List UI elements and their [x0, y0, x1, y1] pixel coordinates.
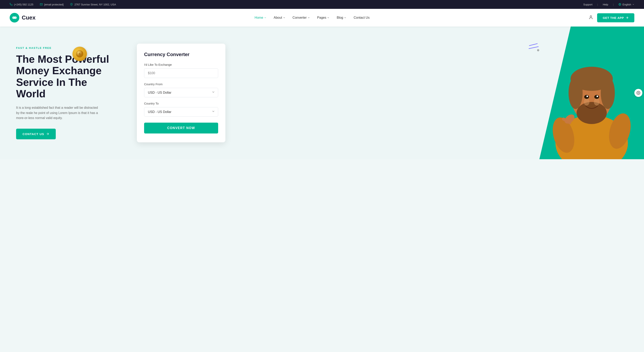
- exchange-input[interactable]: [144, 68, 218, 78]
- svg-point-0: [71, 4, 72, 5]
- phone-text: (+245) 592 1125: [14, 3, 34, 6]
- email-icon: [40, 3, 43, 6]
- converter-title: Currency Converter: [144, 52, 218, 57]
- country-to-label: Country To: [144, 102, 218, 105]
- hero-content: FAST & HASTLE FREE The Most Powerful Mon…: [16, 46, 113, 139]
- country-to-select-wrap: USD - US Dollar EUR - Euro GBP - British…: [144, 107, 218, 117]
- chevron-down-icon: [632, 3, 634, 5]
- svg-point-25: [594, 95, 599, 99]
- nav-contact[interactable]: Contact Us: [354, 16, 370, 19]
- logo-text: Cuex: [22, 14, 36, 21]
- help-link[interactable]: Help: [603, 3, 608, 6]
- globe-icon: [618, 3, 621, 6]
- country-from-label: Country From: [144, 82, 218, 86]
- svg-point-26: [586, 95, 588, 97]
- language-label: English: [622, 3, 631, 6]
- svg-point-19: [568, 77, 582, 109]
- address-item: 2767 Sunrise Street, NY 1002, USA: [70, 3, 116, 6]
- settings-icon: [636, 91, 640, 95]
- nav-blog[interactable]: Blog: [337, 16, 346, 19]
- nav-right: GET THE APP: [589, 13, 634, 22]
- swash-decoration: [527, 43, 539, 53]
- svg-point-24: [584, 95, 589, 99]
- country-to-select[interactable]: USD - US Dollar EUR - Euro GBP - British…: [144, 107, 218, 117]
- svg-text:$: $: [79, 52, 81, 55]
- divider-2: |: [613, 3, 614, 6]
- nav-converter[interactable]: Converter: [292, 16, 310, 19]
- topbar-right: Support | Help | English: [583, 3, 634, 6]
- email-item: [email protected]: [40, 3, 64, 6]
- nav-pages[interactable]: Pages: [317, 16, 330, 19]
- get-app-button[interactable]: GET THE APP: [597, 13, 634, 22]
- settings-button[interactable]: [634, 89, 642, 97]
- chevron-pages-icon: [327, 16, 330, 19]
- country-from-group: Country From USD - US Dollar EUR - Euro …: [144, 82, 218, 97]
- language-selector[interactable]: English: [618, 3, 634, 6]
- svg-point-6: [590, 15, 592, 17]
- contact-us-button[interactable]: CONTACT US: [16, 129, 56, 139]
- coin-decoration: $: [72, 47, 87, 61]
- svg-point-20: [601, 77, 615, 109]
- hero-section: $ FAST & HASTLE FREE The Most Powerful M…: [0, 26, 644, 159]
- converter-section: Currency Converter I'd Like To Exchange …: [137, 44, 226, 142]
- address-text: 2767 Sunrise Street, NY 1002, USA: [74, 3, 116, 6]
- svg-point-21: [576, 102, 607, 124]
- phone-item: (+245) 592 1125: [10, 3, 34, 6]
- hero-description: It is a long established fact that a rea…: [16, 105, 100, 121]
- svg-line-11: [529, 47, 538, 49]
- svg-point-5: [14, 16, 15, 19]
- chevron-about-icon: [283, 16, 285, 19]
- divider-1: |: [597, 3, 598, 6]
- svg-point-32: [638, 92, 639, 93]
- country-from-select-wrap: USD - US Dollar EUR - Euro GBP - British…: [144, 88, 218, 97]
- topbar-left: (+245) 592 1125 [email protected] 2767 S…: [10, 3, 116, 6]
- svg-point-22: [584, 98, 590, 106]
- exchange-amount-group: I'd Like To Exchange: [144, 63, 218, 78]
- svg-line-10: [529, 44, 537, 46]
- hero-title: The Most Powerful Money Exchange Service…: [16, 53, 113, 100]
- chevron-blog-icon: [344, 16, 346, 19]
- convert-now-button[interactable]: CONVERT NOW: [144, 123, 218, 134]
- arrow-right-icon: [626, 16, 629, 19]
- svg-point-13: [538, 50, 538, 51]
- hero-tag: FAST & HASTLE FREE: [16, 46, 113, 49]
- hero-person-image: [552, 43, 632, 159]
- topbar: (+245) 592 1125 [email protected] 2767 S…: [0, 0, 644, 9]
- nav-about[interactable]: About: [274, 16, 285, 19]
- email-text: [email protected]: [44, 3, 64, 6]
- svg-point-27: [596, 95, 598, 97]
- nav-home[interactable]: Home: [254, 16, 266, 19]
- logo-icon: [10, 13, 19, 22]
- converter-card: Currency Converter I'd Like To Exchange …: [137, 44, 226, 142]
- logo[interactable]: Cuex: [10, 13, 36, 22]
- exchange-label: I'd Like To Exchange: [144, 63, 218, 66]
- location-icon: [70, 3, 73, 6]
- support-link[interactable]: Support: [583, 3, 592, 6]
- country-to-group: Country To USD - US Dollar EUR - Euro GB…: [144, 102, 218, 117]
- phone-icon: [10, 3, 12, 6]
- country-from-select[interactable]: USD - US Dollar EUR - Euro GBP - British…: [144, 88, 218, 97]
- chevron-home-icon: [264, 16, 266, 19]
- navbar: Cuex Home About Converter Pages Blog Con…: [0, 9, 644, 26]
- user-icon[interactable]: [589, 15, 593, 20]
- nav-links: Home About Converter Pages Blog Contact …: [254, 16, 370, 19]
- chevron-converter-icon: [308, 16, 310, 19]
- svg-point-23: [594, 98, 600, 106]
- arrow-contact-icon: [46, 132, 49, 136]
